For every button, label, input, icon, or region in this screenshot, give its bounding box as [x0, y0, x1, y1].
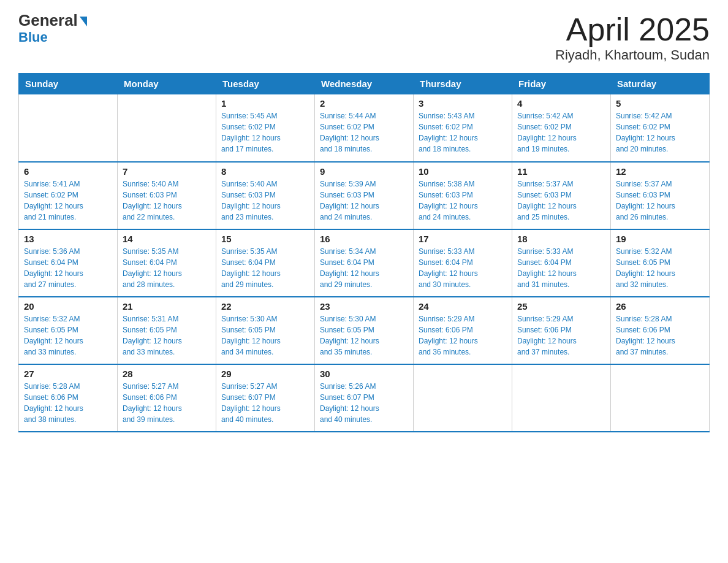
day-of-week-header: Friday	[512, 74, 611, 94]
day-of-week-header: Saturday	[611, 74, 710, 94]
day-info: Sunrise: 5:45 AMSunset: 6:02 PMDaylight:…	[221, 110, 309, 155]
day-info: Sunrise: 5:30 AMSunset: 6:05 PMDaylight:…	[320, 313, 408, 358]
day-number: 12	[616, 166, 704, 177]
day-number: 15	[221, 234, 309, 244]
calendar-day-cell: 25Sunrise: 5:29 AMSunset: 6:06 PMDayligh…	[512, 297, 611, 364]
day-number: 6	[24, 166, 112, 177]
day-number: 13	[24, 234, 112, 244]
day-number: 24	[419, 301, 507, 312]
calendar-day-cell: 2Sunrise: 5:44 AMSunset: 6:02 PMDaylight…	[315, 94, 414, 162]
day-info: Sunrise: 5:34 AMSunset: 6:04 PMDaylight:…	[320, 246, 408, 290]
day-info: Sunrise: 5:35 AMSunset: 6:04 PMDaylight:…	[221, 246, 309, 290]
day-info: Sunrise: 5:27 AMSunset: 6:07 PMDaylight:…	[221, 381, 309, 425]
day-number: 26	[616, 301, 704, 312]
calendar-day-cell: 24Sunrise: 5:29 AMSunset: 6:06 PMDayligh…	[414, 297, 512, 364]
day-info: Sunrise: 5:28 AMSunset: 6:06 PMDaylight:…	[616, 313, 704, 358]
day-number: 10	[419, 166, 507, 177]
calendar-week-row: 1Sunrise: 5:45 AMSunset: 6:02 PMDaylight…	[19, 94, 710, 162]
day-number: 14	[123, 234, 211, 244]
day-info: Sunrise: 5:32 AMSunset: 6:05 PMDaylight:…	[616, 246, 704, 290]
day-of-week-header: Wednesday	[315, 74, 414, 94]
day-number: 19	[616, 234, 704, 244]
calendar-day-cell: 11Sunrise: 5:37 AMSunset: 6:03 PMDayligh…	[512, 162, 611, 229]
day-number: 28	[123, 369, 211, 379]
day-number: 16	[320, 234, 408, 244]
day-info: Sunrise: 5:44 AMSunset: 6:02 PMDaylight:…	[320, 110, 408, 155]
day-number: 18	[517, 234, 605, 244]
calendar-day-cell: 12Sunrise: 5:37 AMSunset: 6:03 PMDayligh…	[611, 162, 710, 229]
day-info: Sunrise: 5:39 AMSunset: 6:03 PMDaylight:…	[320, 178, 408, 223]
calendar-day-cell: 20Sunrise: 5:32 AMSunset: 6:05 PMDayligh…	[19, 297, 118, 364]
day-of-week-header: Tuesday	[216, 74, 315, 94]
calendar-day-cell: 21Sunrise: 5:31 AMSunset: 6:05 PMDayligh…	[118, 297, 216, 364]
calendar-day-cell: 23Sunrise: 5:30 AMSunset: 6:05 PMDayligh…	[315, 297, 414, 364]
calendar-day-cell: 5Sunrise: 5:42 AMSunset: 6:02 PMDaylight…	[611, 94, 710, 162]
day-number: 7	[123, 166, 211, 177]
calendar-day-cell: 15Sunrise: 5:35 AMSunset: 6:04 PMDayligh…	[216, 229, 315, 297]
calendar-day-cell	[414, 364, 512, 432]
calendar-subtitle: Riyadh, Khartoum, Sudan	[555, 47, 710, 63]
calendar-day-cell: 29Sunrise: 5:27 AMSunset: 6:07 PMDayligh…	[216, 364, 315, 432]
day-number: 23	[320, 301, 408, 312]
calendar-day-cell: 1Sunrise: 5:45 AMSunset: 6:02 PMDaylight…	[216, 94, 315, 162]
day-info: Sunrise: 5:27 AMSunset: 6:06 PMDaylight:…	[123, 381, 211, 425]
day-info: Sunrise: 5:28 AMSunset: 6:06 PMDaylight:…	[24, 381, 112, 425]
calendar-header-row: SundayMondayTuesdayWednesdayThursdayFrid…	[19, 74, 710, 94]
calendar-day-cell: 4Sunrise: 5:42 AMSunset: 6:02 PMDaylight…	[512, 94, 611, 162]
calendar-day-cell	[611, 364, 710, 432]
logo: General Blue	[18, 12, 87, 45]
day-info: Sunrise: 5:37 AMSunset: 6:03 PMDaylight:…	[616, 178, 704, 223]
calendar-day-cell: 16Sunrise: 5:34 AMSunset: 6:04 PMDayligh…	[315, 229, 414, 297]
day-info: Sunrise: 5:32 AMSunset: 6:05 PMDaylight:…	[24, 313, 112, 358]
day-number: 9	[320, 166, 408, 177]
calendar-table: SundayMondayTuesdayWednesdayThursdayFrid…	[18, 73, 710, 432]
day-info: Sunrise: 5:40 AMSunset: 6:03 PMDaylight:…	[221, 178, 309, 223]
day-info: Sunrise: 5:31 AMSunset: 6:05 PMDaylight:…	[123, 313, 211, 358]
day-number: 29	[221, 369, 309, 379]
day-info: Sunrise: 5:26 AMSunset: 6:07 PMDaylight:…	[320, 381, 408, 425]
page-header: General Blue April 2025 Riyadh, Khartoum…	[18, 12, 710, 63]
calendar-day-cell: 22Sunrise: 5:30 AMSunset: 6:05 PMDayligh…	[216, 297, 315, 364]
calendar-day-cell	[118, 94, 216, 162]
day-info: Sunrise: 5:35 AMSunset: 6:04 PMDaylight:…	[123, 246, 211, 290]
calendar-day-cell: 26Sunrise: 5:28 AMSunset: 6:06 PMDayligh…	[611, 297, 710, 364]
day-number: 22	[221, 301, 309, 312]
calendar-day-cell: 27Sunrise: 5:28 AMSunset: 6:06 PMDayligh…	[19, 364, 118, 432]
day-number: 17	[419, 234, 507, 244]
calendar-title: April 2025	[555, 12, 710, 47]
calendar-day-cell: 19Sunrise: 5:32 AMSunset: 6:05 PMDayligh…	[611, 229, 710, 297]
calendar-day-cell: 10Sunrise: 5:38 AMSunset: 6:03 PMDayligh…	[414, 162, 512, 229]
day-number: 2	[320, 98, 408, 109]
day-info: Sunrise: 5:40 AMSunset: 6:03 PMDaylight:…	[123, 178, 211, 223]
logo-line1: General	[18, 12, 87, 28]
day-number: 21	[123, 301, 211, 312]
calendar-week-row: 6Sunrise: 5:41 AMSunset: 6:02 PMDaylight…	[19, 162, 710, 229]
day-info: Sunrise: 5:33 AMSunset: 6:04 PMDaylight:…	[419, 246, 507, 290]
day-info: Sunrise: 5:33 AMSunset: 6:04 PMDaylight:…	[517, 246, 605, 290]
calendar-day-cell: 17Sunrise: 5:33 AMSunset: 6:04 PMDayligh…	[414, 229, 512, 297]
calendar-week-row: 27Sunrise: 5:28 AMSunset: 6:06 PMDayligh…	[19, 364, 710, 432]
calendar-day-cell: 18Sunrise: 5:33 AMSunset: 6:04 PMDayligh…	[512, 229, 611, 297]
day-info: Sunrise: 5:30 AMSunset: 6:05 PMDaylight:…	[221, 313, 309, 358]
day-number: 25	[517, 301, 605, 312]
calendar-day-cell: 8Sunrise: 5:40 AMSunset: 6:03 PMDaylight…	[216, 162, 315, 229]
day-number: 20	[24, 301, 112, 312]
title-block: April 2025 Riyadh, Khartoum, Sudan	[555, 12, 710, 63]
day-info: Sunrise: 5:29 AMSunset: 6:06 PMDaylight:…	[419, 313, 507, 358]
calendar-day-cell: 13Sunrise: 5:36 AMSunset: 6:04 PMDayligh…	[19, 229, 118, 297]
calendar-day-cell: 7Sunrise: 5:40 AMSunset: 6:03 PMDaylight…	[118, 162, 216, 229]
calendar-day-cell: 9Sunrise: 5:39 AMSunset: 6:03 PMDaylight…	[315, 162, 414, 229]
day-number: 11	[517, 166, 605, 177]
calendar-day-cell: 6Sunrise: 5:41 AMSunset: 6:02 PMDaylight…	[19, 162, 118, 229]
day-of-week-header: Sunday	[19, 74, 118, 94]
day-number: 30	[320, 369, 408, 379]
day-number: 27	[24, 369, 112, 379]
day-number: 4	[517, 98, 605, 109]
calendar-day-cell	[512, 364, 611, 432]
calendar-day-cell: 28Sunrise: 5:27 AMSunset: 6:06 PMDayligh…	[118, 364, 216, 432]
calendar-day-cell: 30Sunrise: 5:26 AMSunset: 6:07 PMDayligh…	[315, 364, 414, 432]
day-number: 1	[221, 98, 309, 109]
calendar-week-row: 13Sunrise: 5:36 AMSunset: 6:04 PMDayligh…	[19, 229, 710, 297]
day-info: Sunrise: 5:38 AMSunset: 6:03 PMDaylight:…	[419, 178, 507, 223]
calendar-week-row: 20Sunrise: 5:32 AMSunset: 6:05 PMDayligh…	[19, 297, 710, 364]
